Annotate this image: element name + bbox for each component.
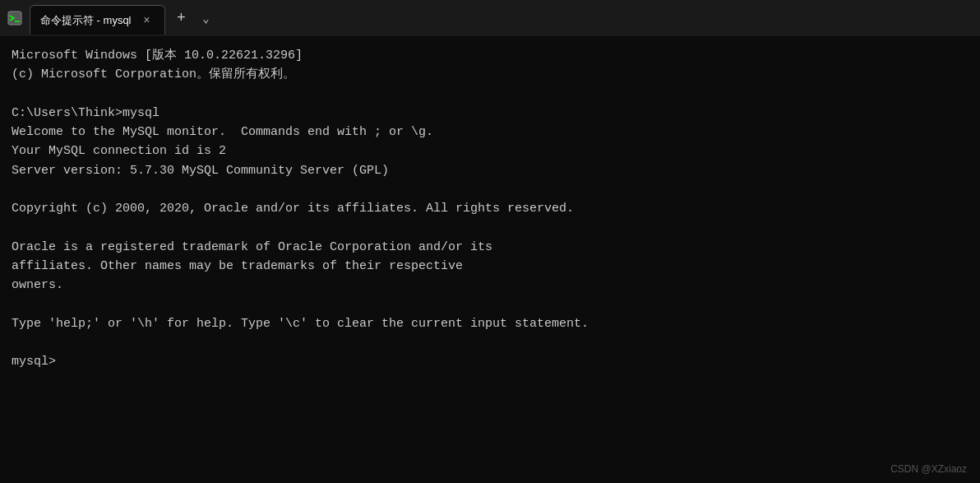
- terminal-blank-2: [12, 180, 968, 199]
- terminal-line-4: C:\Users\Think>mysql: [12, 104, 968, 123]
- terminal-blank-1: [12, 85, 968, 104]
- tab-close-button[interactable]: ×: [140, 13, 155, 28]
- terminal-line-13: owners.: [12, 276, 968, 295]
- terminal-line-6: Your MySQL connection id is 2: [12, 142, 968, 160]
- title-bar: 命令提示符 - mysql × + ⌄: [0, 0, 980, 36]
- tab-title: 命令提示符 - mysql: [40, 13, 132, 28]
- terminal-window: 命令提示符 - mysql × + ⌄ Microsoft Windows [版…: [0, 0, 980, 483]
- terminal-line-1: Microsoft Windows [版本 10.0.22621.3296]: [12, 46, 968, 65]
- new-tab-button[interactable]: +: [169, 5, 195, 31]
- terminal-line-11: Oracle is a registered trademark of Orac…: [12, 238, 968, 257]
- terminal-line-15: Type 'help;' or '\h' for help. Type '\c'…: [12, 314, 968, 333]
- tab-dropdown-button[interactable]: ⌄: [195, 7, 218, 30]
- terminal-line-9: Copyright (c) 2000, 2020, Oracle and/or …: [12, 199, 968, 218]
- terminal-output: Microsoft Windows [版本 10.0.22621.3296] (…: [0, 36, 980, 483]
- active-tab[interactable]: 命令提示符 - mysql ×: [30, 5, 165, 35]
- terminal-line-12: affiliates. Other names may be trademark…: [12, 257, 968, 276]
- terminal-blank-4: [12, 295, 968, 313]
- terminal-line-2: (c) Microsoft Corporation。保留所有权利。: [12, 65, 968, 84]
- terminal-blank-5: [12, 333, 968, 352]
- terminal-line-7: Server version: 5.7.30 MySQL Community S…: [12, 161, 968, 180]
- terminal-icon: [7, 10, 23, 26]
- watermark: CSDN @XZxiaoz: [890, 463, 967, 475]
- terminal-prompt[interactable]: mysql>: [12, 352, 968, 371]
- terminal-line-5: Welcome to the MySQL monitor. Commands e…: [12, 123, 968, 142]
- terminal-blank-3: [12, 218, 968, 237]
